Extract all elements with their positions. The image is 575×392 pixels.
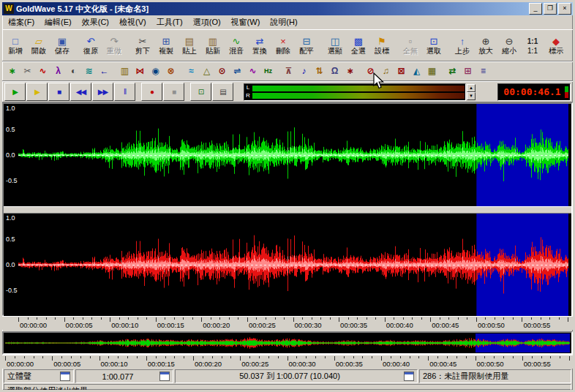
effect-icon-06[interactable]: ≋ bbox=[81, 64, 97, 79]
level-meter[interactable]: L R bbox=[244, 83, 466, 101]
effect-icon-25[interactable]: ⊠ bbox=[394, 64, 409, 79]
effect-icon-12[interactable]: ≈ bbox=[184, 64, 199, 79]
select-all-button[interactable]: ▩全選 bbox=[347, 32, 370, 59]
menu-item-2[interactable]: 效果(C) bbox=[77, 15, 114, 29]
left-channel-waveform[interactable] bbox=[18, 104, 568, 206]
window-title: GoldWave 5.17 中文化版 - [未命名3] bbox=[16, 4, 527, 15]
zoom-out-button[interactable]: ⊖縮小 bbox=[497, 32, 521, 59]
undo-button[interactable]: ↶復原 bbox=[79, 32, 102, 59]
mix-button[interactable]: ∿混音 bbox=[225, 32, 248, 59]
effect-icon-13[interactable]: △ bbox=[199, 64, 214, 79]
effect-icon-28[interactable]: ⇄ bbox=[445, 64, 460, 79]
channel-divider[interactable] bbox=[4, 206, 571, 214]
effect-icon-10[interactable]: ◉ bbox=[148, 64, 163, 79]
play-button[interactable]: ▶ bbox=[4, 83, 26, 101]
status-channel-mode[interactable]: 立體聲 bbox=[4, 369, 74, 383]
effect-icon-30[interactable]: ≡ bbox=[476, 64, 491, 79]
close-button[interactable]: × bbox=[558, 3, 571, 15]
effect-icon-20[interactable]: ⇅ bbox=[312, 64, 327, 79]
monitor-button[interactable]: ⊡ bbox=[190, 83, 211, 101]
zoom-in-button[interactable]: ⊕放大 bbox=[474, 32, 497, 59]
effect-icon-04[interactable]: λ bbox=[50, 64, 66, 79]
zoom-1-1-button-label: 1:1 bbox=[527, 47, 538, 55]
rewind-button[interactable]: ◀◀ bbox=[70, 83, 91, 101]
menu-item-3[interactable]: 檢視(V) bbox=[114, 15, 151, 29]
maximize-button[interactable]: ❐ bbox=[544, 3, 557, 15]
open-button[interactable]: ▱開啟 bbox=[27, 32, 50, 59]
time-axis[interactable]: 00:00:0000:00:0500:00:1000:00:1500:00:20… bbox=[2, 316, 573, 330]
select-view-button[interactable]: ◫選顯 bbox=[323, 32, 347, 59]
meter-spin-down-icon[interactable]: ▼ bbox=[467, 92, 476, 100]
overview-panel[interactable] bbox=[2, 331, 573, 355]
effect-icon-01[interactable]: ∗ bbox=[4, 64, 20, 79]
new-button[interactable]: □新增 bbox=[4, 32, 27, 59]
effect-icon-15[interactable]: ⇌ bbox=[230, 64, 245, 79]
effect-icon-24[interactable]: ♫ bbox=[378, 64, 394, 79]
overview-waveform[interactable] bbox=[5, 333, 570, 353]
right-channel-view[interactable]: 1.00.50.0-0.5 bbox=[4, 214, 571, 316]
left-channel-view[interactable]: 1.00.50.0-0.5 bbox=[4, 104, 571, 206]
menu-item-5[interactable]: 選項(O) bbox=[188, 15, 226, 29]
effect-icon-14[interactable]: ⊙ bbox=[214, 64, 230, 79]
menu-item-4[interactable]: 工具(T) bbox=[151, 15, 188, 29]
record-button[interactable]: ● bbox=[141, 83, 162, 101]
effect-icon-27[interactable]: ▦ bbox=[424, 64, 440, 79]
effect-icon-29[interactable]: ⊞ bbox=[460, 64, 476, 79]
effect-icon-02[interactable]: ✂ bbox=[20, 64, 35, 79]
status-license[interactable]: 286：未註冊限制使用量 bbox=[419, 369, 571, 383]
play-selection-button[interactable]: ▶ bbox=[26, 83, 48, 101]
overview-time-axis[interactable]: 00:00:0000:00:0500:00:1000:00:1500:00:20… bbox=[2, 355, 573, 369]
title-bar[interactable]: W GoldWave 5.17 中文化版 - [未命名3] _ ❐ × bbox=[2, 2, 573, 15]
paste-button[interactable]: ▤貼上 bbox=[178, 32, 201, 59]
pause-button[interactable]: ‖ bbox=[114, 83, 135, 101]
effect-icon-22[interactable]: ∗ bbox=[342, 64, 358, 79]
effect-icon-05[interactable]: ◐ bbox=[66, 64, 81, 79]
axis-tick bbox=[394, 317, 394, 320]
effect-icon-17[interactable]: Hz bbox=[260, 64, 276, 79]
axis-tick bbox=[256, 317, 257, 320]
menu-item-6[interactable]: 視窗(W) bbox=[226, 15, 266, 29]
axis-tick bbox=[249, 356, 250, 358]
effect-icon-03[interactable]: ∿ bbox=[35, 64, 50, 79]
save-button[interactable]: ▣儲存 bbox=[50, 32, 74, 59]
minimize-button[interactable]: _ bbox=[529, 3, 542, 15]
select-button[interactable]: ⊡選取 bbox=[422, 32, 446, 59]
right-channel-waveform[interactable] bbox=[18, 214, 568, 316]
set-marker-button[interactable]: ⚑設標 bbox=[370, 32, 394, 59]
device-button[interactable]: ▤ bbox=[212, 83, 233, 101]
redo-button[interactable]: ↷重做 bbox=[102, 32, 126, 59]
meter-spin-up-icon[interactable]: ▲ bbox=[467, 84, 476, 92]
delete-button[interactable]: ×刪除 bbox=[271, 32, 295, 59]
record-stop-icon: ■ bbox=[172, 88, 176, 96]
effect-icon-08[interactable]: ▥ bbox=[117, 64, 132, 79]
effect-icon-07[interactable]: ← bbox=[97, 64, 112, 79]
effect-icon-11[interactable]: ⊗ bbox=[163, 64, 178, 79]
paste-new-button[interactable]: ▥貼新 bbox=[201, 32, 225, 59]
fast-forward-button[interactable]: ▶▶ bbox=[92, 83, 113, 101]
prev-step-button[interactable]: ↑上步 bbox=[451, 32, 474, 59]
select-none-button[interactable]: ▫全無 bbox=[399, 32, 422, 59]
cut-button[interactable]: ✂剪下 bbox=[131, 32, 154, 59]
menu-item-0[interactable]: 檔案(F) bbox=[3, 15, 40, 29]
axis-time-label: 00:00:05 bbox=[66, 321, 93, 329]
meter-spinner[interactable]: ▲ ▼ bbox=[467, 84, 476, 100]
status-total-length[interactable]: 1:00.077 bbox=[75, 369, 173, 383]
axis-time-label: 00:00:55 bbox=[523, 321, 550, 329]
trim-button[interactable]: ⊟配平 bbox=[295, 32, 318, 59]
stop-button[interactable]: ■ bbox=[48, 83, 69, 101]
effect-icon-21[interactable]: Ω bbox=[327, 64, 342, 79]
effect-icon-26[interactable]: ◭ bbox=[409, 64, 424, 79]
menu-item-1[interactable]: 編輯(E) bbox=[40, 15, 77, 29]
effect-icon-16[interactable]: ∿ bbox=[245, 64, 260, 79]
effect-icon-18[interactable]: ⊼ bbox=[281, 64, 296, 79]
marker-button[interactable]: ◆標示 bbox=[544, 32, 568, 59]
status-selection-range[interactable]: 50.037 到 1:00.077 (10.040) bbox=[175, 369, 418, 383]
menu-item-7[interactable]: 說明(H) bbox=[265, 15, 302, 29]
effect-icon-09[interactable]: ⋈ bbox=[132, 64, 148, 79]
zoom-1-1-button[interactable]: 1:11:1 bbox=[521, 32, 544, 59]
effect-icon-23[interactable]: ⊘ bbox=[363, 64, 378, 79]
replace-button[interactable]: ⇄置換 bbox=[248, 32, 271, 59]
axis-time-label: 00:00:15 bbox=[157, 321, 184, 329]
copy-button[interactable]: ⊞複製 bbox=[154, 32, 178, 59]
effect-icon-19[interactable]: ♪ bbox=[296, 64, 312, 79]
